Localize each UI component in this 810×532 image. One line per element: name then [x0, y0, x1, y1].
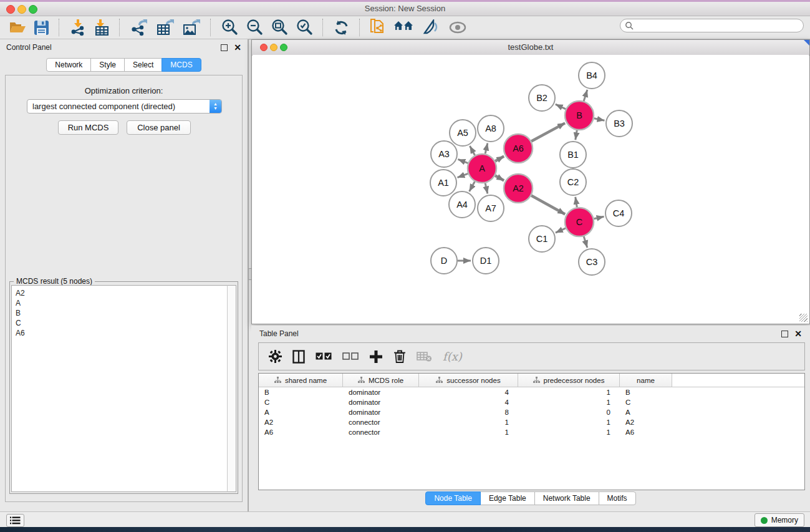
graph-edge-A-A1[interactable]	[458, 173, 468, 177]
window-resize-grip[interactable]	[799, 314, 808, 322]
graph-edge-C-C3[interactable]	[584, 236, 587, 248]
float-panel-icon[interactable]	[221, 44, 228, 51]
table-cell[interactable]: 1	[518, 399, 620, 406]
graph-edge-A-A8[interactable]	[485, 143, 488, 153]
zoom-network-window-button[interactable]	[280, 44, 287, 51]
table-cell[interactable]: 8	[419, 409, 518, 416]
column-header-predecessor-nodes[interactable]: predecessor nodes	[518, 374, 620, 387]
graph-node-C1[interactable]: C1	[529, 226, 555, 252]
select-all-checkboxes-icon[interactable]	[316, 352, 332, 360]
graph-node-D[interactable]: D	[431, 248, 457, 274]
hide-graphics-details-icon[interactable]	[418, 17, 445, 37]
mcds-result-item[interactable]: B	[16, 308, 228, 318]
mcds-result-item[interactable]: A2	[16, 288, 228, 298]
show-columns-icon[interactable]	[292, 350, 305, 364]
table-cell[interactable]: A2	[259, 418, 343, 426]
graph-edge-B-B2[interactable]	[556, 104, 566, 109]
graph-edge-A-A5[interactable]	[470, 146, 475, 155]
import-network-icon[interactable]	[65, 17, 90, 37]
graph-node-C4[interactable]: C4	[605, 200, 632, 226]
tab-edge-table[interactable]: Edge Table	[480, 491, 535, 505]
graph-node-A1[interactable]: A1	[430, 170, 456, 196]
graph-edge-C-C4[interactable]	[594, 216, 604, 219]
graph-edge-A2-C[interactable]	[531, 196, 565, 215]
graph-node-C3[interactable]: C3	[579, 249, 605, 275]
minimize-window-button[interactable]	[17, 5, 26, 14]
refresh-icon[interactable]	[329, 17, 354, 37]
graph-edge-C-C1[interactable]	[556, 228, 566, 233]
result-scrollbar[interactable]	[227, 285, 236, 492]
table-row[interactable]: Bdominator41B	[259, 387, 804, 397]
network-window-titlebar[interactable]: testGlobe.txt	[252, 40, 809, 56]
column-header-MCDS-role[interactable]: MCDS role	[343, 374, 419, 387]
network-canvas[interactable]: B4B2BB3A8A5A6A3B1AA1C2A2A4A7C4CC1DD1C3	[253, 55, 809, 323]
close-network-window-button[interactable]	[260, 44, 268, 51]
duplicate-network-icon[interactable]	[366, 17, 390, 37]
table-cell[interactable]: 1	[518, 428, 620, 436]
graph-node-A5[interactable]: A5	[450, 120, 476, 146]
table-cell[interactable]: connector	[343, 418, 419, 426]
close-table-panel-icon[interactable]: ✕	[794, 331, 802, 337]
save-session-icon[interactable]	[30, 17, 53, 37]
tab-node-table[interactable]: Node Table	[425, 491, 481, 505]
graph-node-A2[interactable]: A2	[504, 174, 533, 203]
tab-select[interactable]: Select	[124, 58, 162, 72]
graph-node-B[interactable]: B	[565, 101, 594, 130]
graph-node-C2[interactable]: C2	[560, 169, 586, 195]
graph-edge-C-C2[interactable]	[576, 197, 577, 208]
table-cell[interactable]: 4	[419, 399, 518, 406]
export-network-icon[interactable]	[126, 17, 152, 37]
memory-button[interactable]: Memory	[755, 513, 804, 527]
graph-node-A3[interactable]: A3	[431, 141, 457, 167]
table-cell[interactable]: dominator	[343, 409, 419, 416]
table-settings-icon[interactable]	[269, 350, 282, 363]
run-mcds-button[interactable]: Run MCDS	[58, 120, 118, 135]
table-cell[interactable]: 4	[419, 389, 518, 396]
table-cell[interactable]: A6	[620, 428, 672, 436]
network-graph[interactable]: B4B2BB3A8A5A6A3B1AA1C2A2A4A7C4CC1DD1C3	[253, 55, 810, 324]
table-cell[interactable]: C	[259, 399, 343, 406]
table-row[interactable]: A6connector11A6	[259, 427, 804, 437]
zoom-out-icon[interactable]	[242, 17, 267, 37]
zoom-in-icon[interactable]	[217, 17, 242, 37]
graph-node-A6[interactable]: A6	[504, 134, 533, 163]
eye-icon[interactable]	[445, 17, 471, 37]
graph-edge-B-B1[interactable]	[576, 130, 577, 140]
graph-node-B1[interactable]: B1	[560, 142, 586, 168]
graph-edge-A6-B[interactable]	[531, 123, 565, 141]
panel-menu-button[interactable]	[6, 514, 24, 527]
table-cell[interactable]: B	[620, 389, 672, 396]
graph-node-A4[interactable]: A4	[449, 191, 475, 218]
graph-edge-A-A3[interactable]	[458, 159, 468, 163]
export-image-icon[interactable]	[178, 17, 205, 37]
graph-node-B3[interactable]: B3	[606, 110, 632, 137]
table-cell[interactable]: A	[259, 409, 343, 416]
mcds-result-item[interactable]: A6	[16, 328, 228, 338]
network-home-icon[interactable]	[390, 17, 418, 37]
export-table-icon[interactable]	[152, 17, 178, 37]
table-cell[interactable]: 1	[518, 389, 620, 396]
graph-edge-A-A2[interactable]	[495, 176, 504, 181]
mcds-result-item[interactable]: A	[16, 298, 228, 308]
table-cell[interactable]: dominator	[343, 399, 419, 406]
table-cell[interactable]: C	[620, 399, 672, 406]
graph-edge-A-A6[interactable]	[495, 157, 504, 162]
zoom-selected-icon[interactable]	[292, 17, 317, 37]
tab-motifs[interactable]: Motifs	[599, 491, 636, 505]
table-cell[interactable]: connector	[343, 428, 419, 436]
graph-node-D1[interactable]: D1	[473, 248, 499, 274]
table-cell[interactable]: 1	[518, 418, 620, 426]
table-row[interactable]: Adominator80A	[259, 407, 804, 417]
close-panel-button[interactable]: Close panel	[127, 120, 191, 135]
minimize-network-window-button[interactable]	[270, 44, 277, 51]
graph-node-B2[interactable]: B2	[529, 85, 555, 111]
table-row[interactable]: A2connector11A2	[259, 417, 804, 427]
graph-node-B4[interactable]: B4	[579, 62, 605, 89]
tab-style[interactable]: Style	[90, 58, 125, 72]
close-window-button[interactable]	[6, 5, 15, 14]
destroy-table-icon[interactable]	[417, 351, 432, 362]
table-cell[interactable]: A6	[259, 428, 343, 436]
search-field[interactable]	[620, 19, 804, 32]
tab-mcds[interactable]: MCDS	[162, 58, 201, 72]
column-header-shared-name[interactable]: shared name	[259, 374, 343, 387]
